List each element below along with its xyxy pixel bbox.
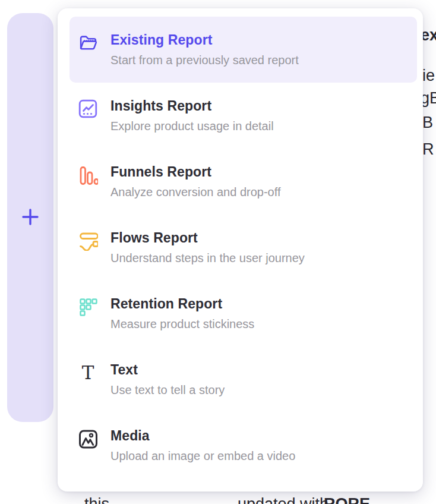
menu-item-media[interactable]: Media Upload an image or embed a video [69, 412, 417, 478]
background-text-fragment: RORE [324, 495, 370, 504]
retention-grid-icon [78, 297, 98, 317]
menu-item-subtitle: Use text to tell a story [110, 382, 225, 398]
menu-item-retention-report[interactable]: Retention Report Measure product stickin… [69, 281, 417, 346]
menu-item-title: Retention Report [110, 295, 254, 312]
insights-chart-icon [78, 99, 98, 119]
menu-item-funnels-report[interactable]: Funnels Report Analyze conversion and dr… [69, 149, 417, 215]
funnel-bars-icon [78, 165, 98, 185]
menu-item-title: Text [110, 361, 225, 378]
menu-item-text[interactable]: T Text Use text to tell a story [69, 346, 417, 412]
menu-item-insights-report[interactable]: Insights Report Explore product usage in… [69, 83, 417, 149]
add-widget-rail [7, 13, 53, 422]
menu-item-title: Flows Report [110, 229, 305, 246]
background-text-fragment: updated with [238, 495, 328, 504]
menu-item-title: Funnels Report [110, 163, 280, 180]
menu-item-subtitle: Upload an image or embed a video [110, 448, 295, 464]
menu-item-subtitle: Measure product stickiness [110, 316, 254, 332]
add-item-menu: Existing Report Start from a previously … [58, 8, 423, 492]
menu-item-existing-report[interactable]: Existing Report Start from a previously … [69, 17, 417, 83]
menu-item-title: Existing Report [110, 32, 299, 48]
folder-open-icon [78, 33, 98, 53]
menu-item-subtitle: Explore product usage in detail [110, 118, 274, 134]
background-text-fragment: ie [422, 67, 435, 85]
menu-item-subtitle: Understand steps in the user journey [110, 250, 305, 266]
text-icon: T [78, 363, 98, 383]
flows-wave-icon [78, 231, 98, 251]
background-text-fragment: B [422, 114, 433, 132]
menu-item-title: Media [110, 427, 295, 444]
plus-icon [21, 208, 39, 228]
screen: ex ie gB B R this updated with RORE [0, 0, 436, 504]
menu-item-flows-report[interactable]: Flows Report Understand steps in the use… [69, 215, 417, 281]
menu-item-subtitle: Start from a previously saved report [110, 52, 299, 68]
background-text-fragment: R [422, 140, 434, 159]
background-text-fragment: this [84, 495, 109, 504]
media-image-icon [78, 429, 98, 449]
menu-item-subtitle: Analyze conversion and drop-off [110, 184, 280, 200]
menu-item-title: Insights Report [110, 97, 274, 114]
add-button[interactable] [20, 207, 40, 228]
